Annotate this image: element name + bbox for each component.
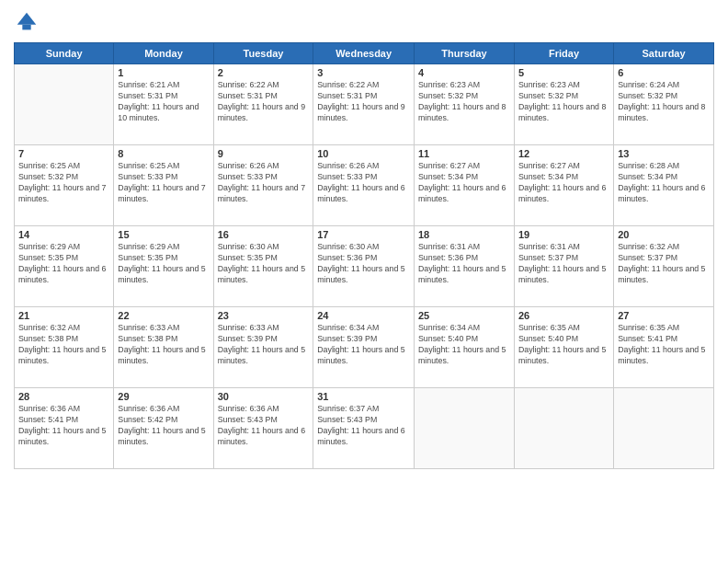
day-cell: 11Sunrise: 6:27 AMSunset: 5:34 PMDayligh… — [415, 145, 515, 226]
day-info: Sunrise: 6:26 AMSunset: 5:33 PMDaylight:… — [317, 161, 410, 205]
day-info: Sunrise: 6:34 AMSunset: 5:39 PMDaylight:… — [317, 323, 410, 367]
day-info: Sunrise: 6:29 AMSunset: 5:35 PMDaylight:… — [118, 242, 209, 286]
day-number: 27 — [618, 310, 710, 321]
day-info: Sunrise: 6:31 AMSunset: 5:37 PMDaylight:… — [518, 242, 609, 286]
day-info: Sunrise: 6:27 AMSunset: 5:34 PMDaylight:… — [518, 161, 609, 205]
header-thursday: Thursday — [415, 43, 515, 64]
day-info: Sunrise: 6:23 AMSunset: 5:32 PMDaylight:… — [418, 80, 510, 124]
day-cell: 25Sunrise: 6:34 AMSunset: 5:40 PMDayligh… — [415, 307, 515, 388]
day-cell: 23Sunrise: 6:33 AMSunset: 5:39 PMDayligh… — [213, 307, 313, 388]
day-info: Sunrise: 6:26 AMSunset: 5:33 PMDaylight:… — [218, 161, 310, 205]
day-number: 14 — [18, 229, 109, 240]
day-number: 8 — [118, 148, 209, 159]
day-number: 20 — [618, 229, 710, 240]
day-cell: 14Sunrise: 6:29 AMSunset: 5:35 PMDayligh… — [15, 226, 114, 307]
day-cell: 28Sunrise: 6:36 AMSunset: 5:41 PMDayligh… — [15, 388, 114, 469]
day-number: 11 — [418, 148, 510, 159]
day-info: Sunrise: 6:21 AMSunset: 5:31 PMDaylight:… — [118, 80, 209, 124]
day-cell: 19Sunrise: 6:31 AMSunset: 5:37 PMDayligh… — [514, 226, 613, 307]
day-number: 24 — [317, 310, 410, 321]
week-row-3: 14Sunrise: 6:29 AMSunset: 5:35 PMDayligh… — [15, 226, 714, 307]
day-cell: 13Sunrise: 6:28 AMSunset: 5:34 PMDayligh… — [614, 145, 714, 226]
day-number: 31 — [317, 391, 410, 402]
day-number: 18 — [418, 229, 510, 240]
day-info: Sunrise: 6:36 AMSunset: 5:42 PMDaylight:… — [118, 404, 209, 448]
day-cell: 22Sunrise: 6:33 AMSunset: 5:38 PMDayligh… — [114, 307, 213, 388]
day-cell: 31Sunrise: 6:37 AMSunset: 5:43 PMDayligh… — [313, 388, 415, 469]
day-number: 29 — [118, 391, 209, 402]
day-cell: 9Sunrise: 6:26 AMSunset: 5:33 PMDaylight… — [213, 145, 313, 226]
header-monday: Monday — [114, 43, 213, 64]
day-info: Sunrise: 6:22 AMSunset: 5:31 PMDaylight:… — [317, 80, 410, 124]
day-info: Sunrise: 6:31 AMSunset: 5:36 PMDaylight:… — [418, 242, 510, 286]
day-number: 28 — [18, 391, 109, 402]
day-cell — [415, 388, 515, 469]
day-number: 12 — [518, 148, 609, 159]
day-info: Sunrise: 6:34 AMSunset: 5:40 PMDaylight:… — [418, 323, 510, 367]
day-number: 17 — [317, 229, 410, 240]
header-sunday: Sunday — [15, 43, 114, 64]
header-wednesday: Wednesday — [313, 43, 415, 64]
day-cell: 1Sunrise: 6:21 AMSunset: 5:31 PMDaylight… — [114, 64, 213, 145]
day-cell: 2Sunrise: 6:22 AMSunset: 5:31 PMDaylight… — [213, 64, 313, 145]
day-number: 3 — [317, 67, 410, 78]
week-row-4: 21Sunrise: 6:32 AMSunset: 5:38 PMDayligh… — [15, 307, 714, 388]
week-row-2: 7Sunrise: 6:25 AMSunset: 5:32 PMDaylight… — [15, 145, 714, 226]
header-row: SundayMondayTuesdayWednesdayThursdayFrid… — [15, 43, 714, 64]
header-saturday: Saturday — [614, 43, 714, 64]
day-info: Sunrise: 6:32 AMSunset: 5:38 PMDaylight:… — [18, 323, 109, 367]
day-cell: 4Sunrise: 6:23 AMSunset: 5:32 PMDaylight… — [415, 64, 515, 145]
day-cell: 17Sunrise: 6:30 AMSunset: 5:36 PMDayligh… — [313, 226, 415, 307]
calendar-header: SundayMondayTuesdayWednesdayThursdayFrid… — [15, 43, 714, 64]
day-info: Sunrise: 6:37 AMSunset: 5:43 PMDaylight:… — [317, 404, 410, 448]
day-number: 9 — [218, 148, 310, 159]
day-cell — [614, 388, 714, 469]
day-number: 21 — [18, 310, 109, 321]
day-info: Sunrise: 6:25 AMSunset: 5:32 PMDaylight:… — [18, 161, 109, 205]
day-number: 19 — [518, 229, 609, 240]
day-number: 22 — [118, 310, 209, 321]
day-info: Sunrise: 6:33 AMSunset: 5:38 PMDaylight:… — [118, 323, 209, 367]
day-info: Sunrise: 6:30 AMSunset: 5:35 PMDaylight:… — [218, 242, 310, 286]
day-number: 26 — [518, 310, 609, 321]
day-cell: 30Sunrise: 6:36 AMSunset: 5:43 PMDayligh… — [213, 388, 313, 469]
week-row-5: 28Sunrise: 6:36 AMSunset: 5:41 PMDayligh… — [15, 388, 714, 469]
day-info: Sunrise: 6:30 AMSunset: 5:36 PMDaylight:… — [317, 242, 410, 286]
day-cell: 29Sunrise: 6:36 AMSunset: 5:42 PMDayligh… — [114, 388, 213, 469]
day-cell: 26Sunrise: 6:35 AMSunset: 5:40 PMDayligh… — [514, 307, 613, 388]
day-number: 6 — [618, 67, 710, 78]
day-info: Sunrise: 6:28 AMSunset: 5:34 PMDaylight:… — [618, 161, 710, 205]
day-cell: 8Sunrise: 6:25 AMSunset: 5:33 PMDaylight… — [114, 145, 213, 226]
day-number: 15 — [118, 229, 209, 240]
svg-marker-0 — [17, 13, 37, 25]
day-number: 5 — [518, 67, 609, 78]
day-cell — [514, 388, 613, 469]
day-cell: 24Sunrise: 6:34 AMSunset: 5:39 PMDayligh… — [313, 307, 415, 388]
day-cell: 10Sunrise: 6:26 AMSunset: 5:33 PMDayligh… — [313, 145, 415, 226]
day-number: 7 — [18, 148, 109, 159]
day-info: Sunrise: 6:35 AMSunset: 5:40 PMDaylight:… — [518, 323, 609, 367]
logo — [14, 9, 43, 35]
day-info: Sunrise: 6:25 AMSunset: 5:33 PMDaylight:… — [118, 161, 209, 205]
calendar-body: 1Sunrise: 6:21 AMSunset: 5:31 PMDaylight… — [15, 64, 714, 469]
day-info: Sunrise: 6:29 AMSunset: 5:35 PMDaylight:… — [18, 242, 109, 286]
day-info: Sunrise: 6:24 AMSunset: 5:32 PMDaylight:… — [618, 80, 710, 124]
day-cell: 5Sunrise: 6:23 AMSunset: 5:32 PMDaylight… — [514, 64, 613, 145]
day-cell: 3Sunrise: 6:22 AMSunset: 5:31 PMDaylight… — [313, 64, 415, 145]
day-number: 10 — [317, 148, 410, 159]
day-number: 25 — [418, 310, 510, 321]
calendar-table: SundayMondayTuesdayWednesdayThursdayFrid… — [14, 42, 714, 469]
day-info: Sunrise: 6:32 AMSunset: 5:37 PMDaylight:… — [618, 242, 710, 286]
day-number: 1 — [118, 67, 209, 78]
day-info: Sunrise: 6:36 AMSunset: 5:43 PMDaylight:… — [218, 404, 310, 448]
day-cell: 21Sunrise: 6:32 AMSunset: 5:38 PMDayligh… — [15, 307, 114, 388]
header-tuesday: Tuesday — [213, 43, 313, 64]
day-info: Sunrise: 6:22 AMSunset: 5:31 PMDaylight:… — [218, 80, 310, 124]
header-friday: Friday — [514, 43, 613, 64]
page-header — [14, 9, 714, 35]
svg-rect-1 — [22, 25, 30, 30]
day-cell: 6Sunrise: 6:24 AMSunset: 5:32 PMDaylight… — [614, 64, 714, 145]
day-cell: 15Sunrise: 6:29 AMSunset: 5:35 PMDayligh… — [114, 226, 213, 307]
day-cell: 7Sunrise: 6:25 AMSunset: 5:32 PMDaylight… — [15, 145, 114, 226]
day-number: 2 — [218, 67, 310, 78]
